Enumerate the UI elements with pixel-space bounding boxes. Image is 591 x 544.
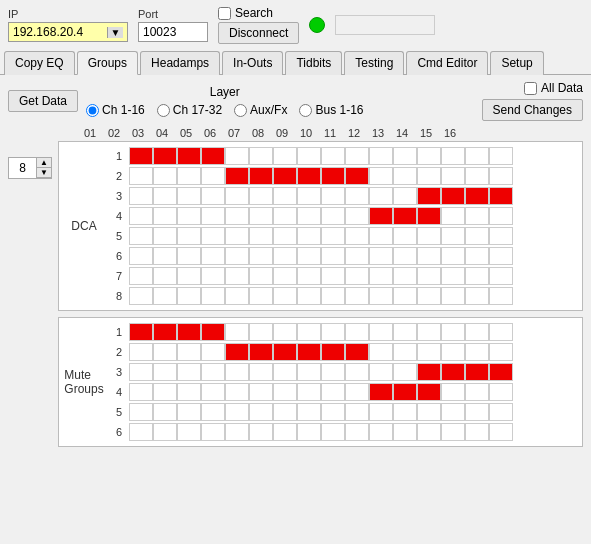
grid-cell[interactable] <box>201 227 225 245</box>
grid-cell[interactable] <box>393 383 417 401</box>
grid-cell[interactable] <box>441 383 465 401</box>
grid-cell[interactable] <box>297 267 321 285</box>
grid-cell[interactable] <box>321 247 345 265</box>
grid-cell[interactable] <box>321 343 345 361</box>
grid-cell[interactable] <box>177 167 201 185</box>
grid-cell[interactable] <box>177 247 201 265</box>
grid-cell[interactable] <box>273 363 297 381</box>
grid-cell[interactable] <box>465 207 489 225</box>
grid-cell[interactable] <box>345 167 369 185</box>
grid-cell[interactable] <box>129 343 153 361</box>
grid-cell[interactable] <box>321 423 345 441</box>
grid-cell[interactable] <box>249 383 273 401</box>
grid-cell[interactable] <box>177 423 201 441</box>
grid-cell[interactable] <box>177 187 201 205</box>
grid-cell[interactable] <box>345 227 369 245</box>
grid-cell[interactable] <box>417 227 441 245</box>
grid-cell[interactable] <box>129 383 153 401</box>
grid-cell[interactable] <box>177 403 201 421</box>
grid-cell[interactable] <box>345 423 369 441</box>
tab-headamps[interactable]: Headamps <box>140 51 220 75</box>
grid-cell[interactable] <box>489 267 513 285</box>
grid-cell[interactable] <box>321 267 345 285</box>
grid-cell[interactable] <box>225 207 249 225</box>
grid-cell[interactable] <box>321 383 345 401</box>
grid-cell[interactable] <box>201 247 225 265</box>
tab-copy-eq[interactable]: Copy EQ <box>4 51 75 75</box>
grid-cell[interactable] <box>225 167 249 185</box>
grid-cell[interactable] <box>225 147 249 165</box>
grid-cell[interactable] <box>177 207 201 225</box>
grid-cell[interactable] <box>465 383 489 401</box>
grid-cell[interactable] <box>249 403 273 421</box>
grid-cell[interactable] <box>273 323 297 341</box>
spinner-down[interactable]: ▼ <box>37 168 51 178</box>
ip-dropdown-arrow[interactable]: ▼ <box>107 27 123 38</box>
grid-cell[interactable] <box>465 147 489 165</box>
grid-cell[interactable] <box>177 227 201 245</box>
search-checkbox[interactable] <box>218 7 231 20</box>
grid-cell[interactable] <box>273 383 297 401</box>
grid-cell[interactable] <box>441 187 465 205</box>
grid-cell[interactable] <box>297 207 321 225</box>
grid-cell[interactable] <box>129 147 153 165</box>
grid-cell[interactable] <box>345 323 369 341</box>
grid-cell[interactable] <box>129 187 153 205</box>
grid-cell[interactable] <box>297 187 321 205</box>
grid-cell[interactable] <box>369 423 393 441</box>
grid-cell[interactable] <box>489 363 513 381</box>
grid-cell[interactable] <box>417 207 441 225</box>
grid-cell[interactable] <box>321 187 345 205</box>
get-data-button[interactable]: Get Data <box>8 90 78 112</box>
grid-cell[interactable] <box>225 227 249 245</box>
grid-cell[interactable] <box>393 147 417 165</box>
grid-cell[interactable] <box>273 423 297 441</box>
grid-cell[interactable] <box>201 207 225 225</box>
grid-cell[interactable] <box>345 247 369 265</box>
grid-cell[interactable] <box>393 343 417 361</box>
grid-cell[interactable] <box>225 267 249 285</box>
grid-cell[interactable] <box>321 167 345 185</box>
grid-cell[interactable] <box>321 207 345 225</box>
grid-cell[interactable] <box>369 403 393 421</box>
grid-cell[interactable] <box>225 247 249 265</box>
grid-cell[interactable] <box>417 267 441 285</box>
grid-cell[interactable] <box>201 167 225 185</box>
grid-cell[interactable] <box>225 363 249 381</box>
grid-cell[interactable] <box>465 187 489 205</box>
grid-cell[interactable] <box>177 323 201 341</box>
grid-cell[interactable] <box>273 167 297 185</box>
grid-cell[interactable] <box>249 147 273 165</box>
grid-cell[interactable] <box>297 227 321 245</box>
grid-cell[interactable] <box>153 363 177 381</box>
grid-cell[interactable] <box>465 423 489 441</box>
grid-cell[interactable] <box>201 267 225 285</box>
tab-tidbits[interactable]: Tidbits <box>285 51 342 75</box>
grid-cell[interactable] <box>153 247 177 265</box>
grid-cell[interactable] <box>225 403 249 421</box>
grid-cell[interactable] <box>201 383 225 401</box>
grid-cell[interactable] <box>201 423 225 441</box>
grid-cell[interactable] <box>369 323 393 341</box>
grid-cell[interactable] <box>393 267 417 285</box>
grid-cell[interactable] <box>153 267 177 285</box>
grid-cell[interactable] <box>297 343 321 361</box>
tab-testing[interactable]: Testing <box>344 51 404 75</box>
grid-cell[interactable] <box>441 247 465 265</box>
grid-cell[interactable] <box>249 363 273 381</box>
disconnect-button[interactable]: Disconnect <box>218 22 299 44</box>
grid-cell[interactable] <box>249 207 273 225</box>
grid-cell[interactable] <box>321 147 345 165</box>
grid-cell[interactable] <box>249 227 273 245</box>
grid-cell[interactable] <box>153 167 177 185</box>
layer-ch17-32[interactable]: Ch 17-32 <box>157 103 222 117</box>
grid-cell[interactable] <box>129 287 153 305</box>
grid-cell[interactable] <box>441 267 465 285</box>
grid-cell[interactable] <box>441 343 465 361</box>
grid-cell[interactable] <box>297 383 321 401</box>
grid-cell[interactable] <box>249 187 273 205</box>
grid-cell[interactable] <box>129 227 153 245</box>
grid-cell[interactable] <box>441 227 465 245</box>
grid-cell[interactable] <box>369 343 393 361</box>
grid-cell[interactable] <box>369 247 393 265</box>
